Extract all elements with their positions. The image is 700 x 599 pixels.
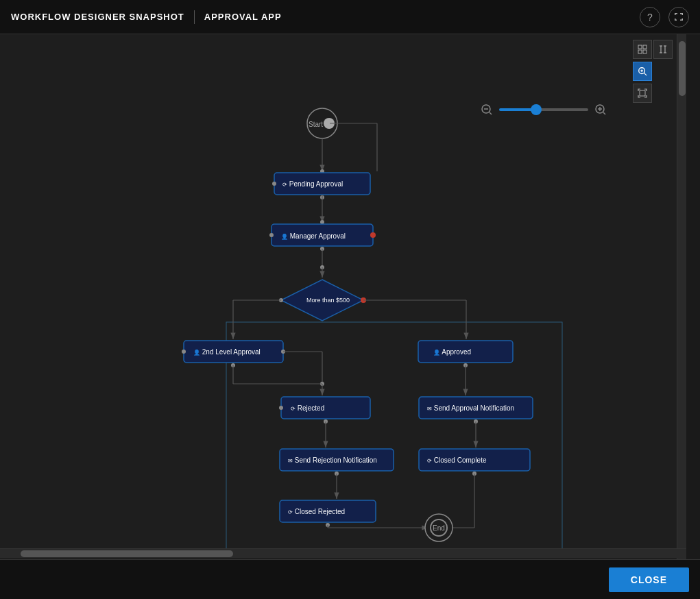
scrollbar-bottom[interactable] bbox=[0, 548, 686, 558]
manager-approval-label: 👤 Manager Approval bbox=[281, 232, 346, 240]
svg-rect-10 bbox=[643, 50, 647, 53]
approved-label: 👤 Approved bbox=[433, 348, 471, 356]
scrollbar-right-thumb[interactable] bbox=[679, 41, 686, 96]
connector-2 bbox=[320, 220, 324, 224]
svg-rect-7 bbox=[638, 45, 642, 49]
zoom-tool-button[interactable] bbox=[633, 62, 652, 81]
header: WORKFLOW DESIGNER SNAPSHOT APPROVAL APP … bbox=[0, 0, 700, 34]
send-approval-label: ✉ Send Approval Notification bbox=[427, 404, 514, 412]
connector-rej-left bbox=[279, 406, 283, 410]
header-title: WORKFLOW DESIGNER SNAPSHOT bbox=[11, 12, 184, 22]
toolbar-row1 bbox=[633, 40, 673, 59]
workflow-diagram[interactable]: Start ⟳ Pending Approval 👤 Manager Appro… bbox=[14, 75, 603, 555]
svg-rect-9 bbox=[638, 50, 642, 53]
connector-ma-left bbox=[269, 233, 274, 237]
header-subtitle: APPROVAL APP bbox=[204, 12, 282, 22]
decision-label: More than $500 bbox=[306, 297, 350, 304]
grid-button[interactable] bbox=[633, 40, 652, 59]
scrollbar-bottom-thumb[interactable] bbox=[21, 550, 233, 557]
header-divider bbox=[194, 10, 195, 24]
toolbar-panel bbox=[633, 40, 673, 103]
fullscreen-button[interactable] bbox=[668, 7, 689, 27]
fit-button[interactable] bbox=[633, 84, 652, 103]
end-label: End bbox=[433, 524, 445, 532]
main-canvas[interactable]: Start ⟳ Pending Approval 👤 Manager Appro… bbox=[0, 34, 686, 562]
connector-l2-left bbox=[182, 350, 186, 354]
close-button[interactable]: CLOSE bbox=[609, 567, 689, 592]
footer: CLOSE bbox=[0, 559, 700, 599]
svg-rect-8 bbox=[643, 45, 647, 49]
header-icons: ? bbox=[640, 7, 689, 27]
svg-rect-21 bbox=[640, 90, 645, 96]
rejected-label: ⟳ Rejected bbox=[291, 404, 324, 412]
level2-approval-label: 👤 2nd Level Approval bbox=[193, 348, 261, 356]
connector-ma-right-red bbox=[370, 232, 376, 238]
help-button[interactable]: ? bbox=[640, 7, 660, 27]
send-rejection-label: ✉ Send Rejection Notification bbox=[288, 456, 377, 464]
svg-text:Start: Start bbox=[309, 121, 323, 128]
closed-rejected-label: ⟳ Closed Rejected bbox=[288, 508, 345, 515]
closed-complete-label: ⟳ Closed Complete bbox=[427, 456, 487, 464]
svg-line-20 bbox=[644, 73, 647, 76]
connector-pa-left bbox=[272, 182, 276, 186]
collapse-button[interactable] bbox=[653, 40, 673, 59]
svg-line-6 bbox=[603, 112, 605, 114]
pending-approval-label: ⟳ Pending Approval bbox=[282, 180, 343, 188]
scrollbar-right[interactable] bbox=[677, 34, 686, 562]
